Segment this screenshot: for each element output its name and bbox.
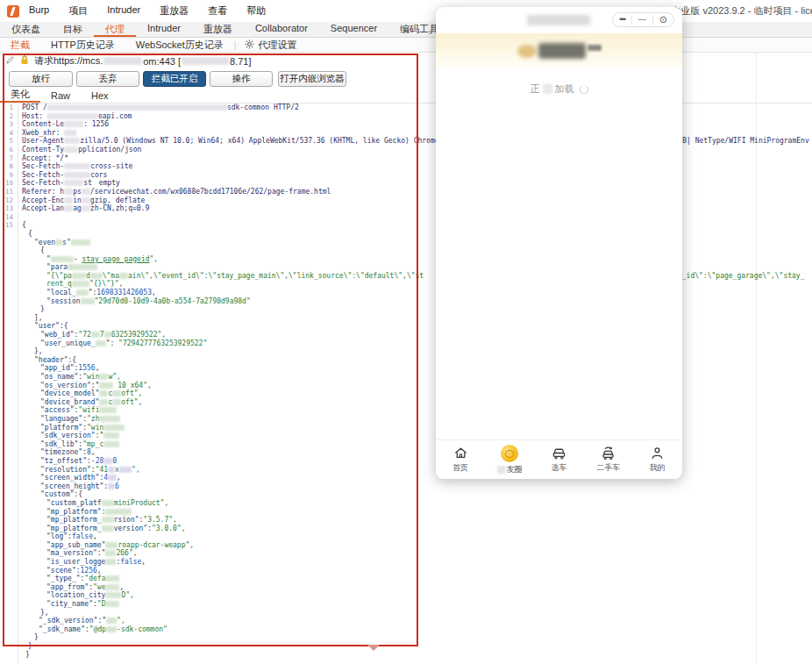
tabbar-label-2: 选车 — [551, 462, 566, 474]
request-editor[interactable]: 1POST /sdk-common HTTP/22Host: eapi.com3… — [0, 104, 812, 664]
editor-line-49: "mp_platform_rsion":"3.5.7", — [0, 516, 812, 525]
menu-item-1[interactable]: 项目 — [59, 4, 97, 18]
car-icon — [552, 446, 566, 461]
editor-line-61: "_sdk_version":"", — [0, 617, 812, 625]
editor-line-63: } — [0, 633, 812, 642]
main-tab-bar: 仪表盘目标代理Intruder重放器CollaboratorSequencer编… — [0, 22, 812, 38]
editor-line-3: 4Xweb_xhr: — [0, 129, 812, 138]
editor-line-45: "screen_height":6 — [0, 482, 812, 491]
editor-tab-2[interactable]: Hex — [81, 90, 119, 103]
editor-line-62: "_sdk_name":"@dp-sdk-common" — [0, 625, 812, 634]
main-tab-5[interactable]: Collaborator — [244, 22, 319, 37]
redacted-label-part — [497, 466, 506, 474]
menu-item-3[interactable]: 重放器 — [150, 4, 198, 18]
tabbar-item-3[interactable]: 二手车 — [589, 446, 628, 474]
pencil-icon[interactable] — [5, 55, 15, 67]
editor-line-54: "is_user_logge:false, — [0, 558, 812, 567]
editor-line-38: "platform":"win — [0, 424, 812, 432]
editor-line-27: "web_id":"72763253929522", — [0, 331, 812, 339]
editor-line-55: "scene":1256, — [0, 567, 812, 575]
editor-line-57: "app_from":"we, — [0, 583, 812, 592]
intercept-toggle-button[interactable]: 拦截已开启 — [143, 71, 206, 87]
editor-line-21: rent_q"{}\"}", — [0, 280, 812, 289]
burp-logo-icon — [7, 5, 19, 18]
main-tab-1[interactable]: 目标 — [52, 22, 94, 37]
loading-spinner-icon — [580, 85, 588, 94]
editor-line-53: "ma_version":"266", — [0, 549, 812, 558]
main-tab-6[interactable]: Sequencer — [319, 22, 388, 37]
menu-item-4[interactable]: 查看 — [198, 4, 237, 18]
editor-line-25: ], — [0, 314, 812, 323]
editor-line-51: "log":false, — [0, 532, 812, 541]
editor-line-65: } — [0, 651, 812, 660]
open-browser-button[interactable]: 打开内嵌浏览器 — [278, 71, 346, 87]
main-tab-3[interactable]: Intruder — [136, 22, 192, 37]
drop-button[interactable]: 丢弃 — [76, 71, 139, 87]
more-icon[interactable]: ••• — [613, 13, 630, 26]
subtab-divider: | — [234, 40, 237, 50]
tabbar-item-2[interactable]: 选车 — [539, 446, 578, 474]
redacted-logo-text — [538, 43, 586, 59]
action-button[interactable]: 操作 — [210, 71, 273, 87]
editor-line-32: "os_name":"winw", — [0, 373, 812, 382]
editor-line-42: "tz_offset":-280 — [0, 457, 812, 466]
editor-line-58: "location_cityD", — [0, 591, 812, 600]
forward-button[interactable]: 放行 — [9, 71, 73, 87]
menu-item-5[interactable]: 帮助 — [237, 4, 275, 18]
editor-line-26: "user":{ — [0, 322, 812, 331]
main-tab-0[interactable]: 仪表盘 — [0, 22, 52, 37]
editor-line-41: "timezone":8, — [0, 448, 812, 457]
editor-line-12: 13Accept-Lanagzh-CN,zh;q=0.9 — [0, 204, 812, 213]
editor-line-48: "mp_platform": — [0, 508, 812, 517]
lock-icon — [20, 55, 29, 67]
sub-tab-0[interactable]: 拦截 — [0, 39, 40, 52]
editor-line-60: }, — [0, 609, 812, 618]
editor-line-22: "local_":1698331426053, — [0, 289, 812, 297]
gear-icon — [245, 37, 254, 53]
editor-line-16: "evens" — [0, 239, 812, 247]
editor-line-36: "access":"wifi — [0, 406, 812, 415]
minimize-icon[interactable]: — — [632, 13, 652, 26]
tabbar-label-4: 我的 — [650, 462, 666, 474]
circle-badge-icon — [501, 445, 518, 462]
editor-line-2: 3Content-Le: 1256 — [0, 120, 812, 129]
editor-line-18: "- stay_page_pageid", — [0, 255, 812, 264]
editor-line-31: "app_id":1556, — [0, 364, 812, 373]
tabbar-item-1[interactable]: 友圈 — [490, 445, 529, 475]
home-icon — [453, 446, 468, 461]
redacted-ip — [182, 57, 229, 65]
proxy-settings-button[interactable]: 代理设置 — [258, 39, 300, 52]
editor-tab-bar: 美化RawHex — [0, 89, 812, 104]
editor-line-17: { — [0, 246, 812, 255]
main-tab-2[interactable]: 代理 — [94, 22, 136, 37]
tabbar-item-0[interactable]: 首页 — [441, 446, 480, 474]
editor-line-24: } — [0, 305, 812, 314]
editor-line-43: "resolution":"41x", — [0, 466, 812, 475]
intercepted-request-url: 请求https://mcs.om:443 [8.71] — [34, 54, 252, 68]
menu-item-0[interactable]: Burp — [19, 4, 59, 18]
used-car-icon — [601, 446, 616, 461]
editor-tab-1[interactable]: Raw — [40, 90, 81, 103]
tabbar-item-4[interactable]: 我的 — [638, 446, 677, 474]
close-icon[interactable]: ⊙ — [653, 13, 673, 26]
editor-line-50: "mp_platform_version":"3.0.0", — [0, 525, 812, 533]
redacted-host — [103, 57, 142, 65]
burp-suite-window: Burp项目Intruder重放器查看帮助 Burp Suite专业版 v202… — [0, 0, 812, 664]
editor-line-35: "device_brand"coft", — [0, 398, 812, 407]
editor-line-34: "device_model"coft", — [0, 389, 812, 398]
tabbar-label-1: 友圈 — [497, 464, 523, 475]
editor-tab-0[interactable]: 美化 — [0, 88, 40, 103]
redacted-logo-icon — [517, 45, 537, 58]
sub-tab-2[interactable]: WebSocket历史记录 — [125, 39, 234, 52]
sub-tab-1[interactable]: HTTP历史记录 — [40, 39, 125, 52]
editor-line-46: "custom":{ — [0, 490, 812, 499]
editor-line-20: "{\"pad\"maain\",\"event_id\":\"stay_pag… — [0, 272, 812, 281]
editor-line-8: 9Sec-Fetch-cors — [0, 171, 812, 180]
editor-line-5: 6Content-Typplication/json — [0, 146, 812, 154]
editor-line-7: 8Sec-Fetch-cross-site — [0, 162, 812, 171]
editor-line-39: "sdk_version":" — [0, 432, 812, 440]
editor-line-30: "header":{ — [0, 356, 812, 365]
menu-item-2[interactable]: Intruder — [97, 4, 150, 18]
editor-line-56: "_type_":"defa — [0, 575, 812, 583]
main-tab-4[interactable]: 重放器 — [192, 22, 244, 37]
